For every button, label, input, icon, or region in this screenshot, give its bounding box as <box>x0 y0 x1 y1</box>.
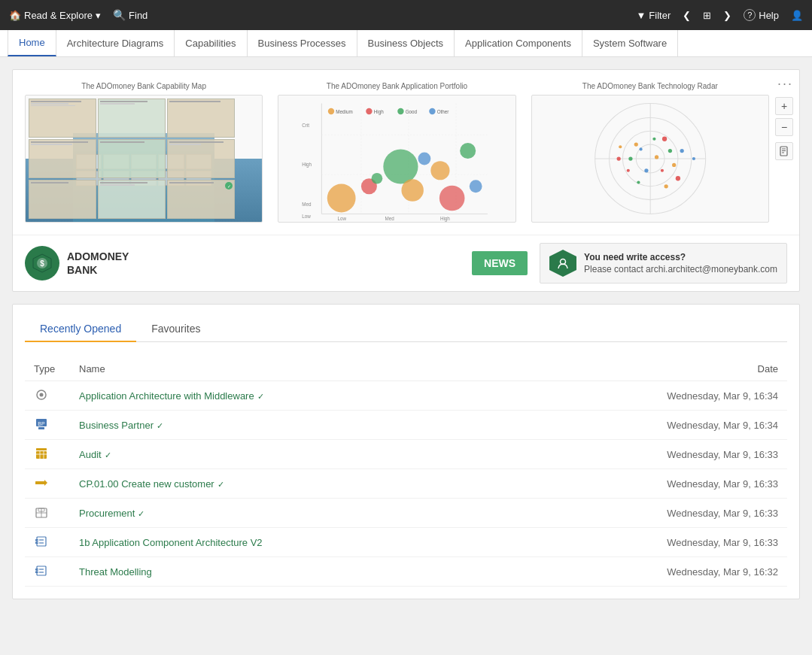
news-button[interactable]: NEWS <box>472 251 528 275</box>
book-icon: 🏠 <box>9 10 21 21</box>
navbar-right: ▼ Filter ❮ ⊞ ❯ ? Help 👤 <box>636 9 803 21</box>
page-view-button[interactable] <box>775 142 793 160</box>
svg-text:$: $ <box>40 259 44 268</box>
svg-point-25 <box>439 186 465 211</box>
subnav-item-application-components[interactable]: Application Components <box>455 30 582 56</box>
svg-point-54 <box>619 145 622 148</box>
cell-name: Business Partner✓ <box>70 411 622 440</box>
prev-button[interactable]: ❮ <box>683 10 691 21</box>
table-row: Audit✓ Wednesday, Mar 9, 16:33 <box>25 440 787 469</box>
svg-rect-92 <box>39 569 44 570</box>
zoom-in-button[interactable]: + <box>775 97 793 115</box>
svg-rect-93 <box>39 572 44 573</box>
tabs-section: Recently Opened Favourites Type Name Dat… <box>12 304 800 599</box>
row-name-link[interactable]: 1b Application Component Architecture V2 <box>79 537 263 548</box>
access-text: You need write access? Please contact ar… <box>584 252 777 274</box>
diagram-label-radar: The ADOmoney Bank Technology Radar <box>582 82 718 90</box>
cell-type <box>25 499 70 528</box>
prev-icon: ❮ <box>683 10 691 21</box>
cell-date: Wednesday, Mar 9, 16:33 <box>622 469 787 499</box>
cell-type: BP <box>25 411 70 440</box>
type-icon-component <box>34 563 49 578</box>
zoom-controls: + − <box>775 97 793 160</box>
svg-rect-86 <box>39 542 44 544</box>
row-name-link[interactable]: Audit✓ <box>79 449 111 460</box>
cell-type <box>25 528 70 557</box>
subnav: Home Architecture Diagrams Capabilities … <box>0 30 812 57</box>
row-name-link[interactable]: Threat Modelling <box>79 566 152 578</box>
subnav-item-business-processes[interactable]: Business Processes <box>248 30 357 56</box>
table-row: Application Architecture with Middleware… <box>25 381 787 411</box>
tab-recently-opened[interactable]: Recently Opened <box>25 317 136 342</box>
svg-text:High: High <box>374 109 384 115</box>
subnav-item-home[interactable]: Home <box>8 30 56 56</box>
navbar-left: 🏠 Read & Explore ▾ 🔍 Find <box>9 9 147 21</box>
svg-text:Good: Good <box>406 109 418 114</box>
cell-name: Threat Modelling <box>70 557 622 587</box>
read-explore-label: Read & Explore <box>24 10 93 21</box>
cell-type <box>25 557 70 587</box>
cell-date: Wednesday, Mar 9, 16:33 <box>622 440 787 469</box>
svg-point-47 <box>660 169 663 172</box>
subnav-item-system-software[interactable]: System Software <box>582 30 678 56</box>
tabs-header: Recently Opened Favourites <box>25 317 787 342</box>
type-icon-person: BP <box>34 417 49 432</box>
check-icon: ✓ <box>257 392 264 401</box>
next-button[interactable]: ❯ <box>723 10 731 21</box>
row-name-link[interactable]: CP.01.00 Create new customer✓ <box>79 478 224 490</box>
svg-rect-80 <box>37 537 46 546</box>
more-options-button[interactable]: ··· <box>777 76 793 92</box>
cell-type <box>25 381 70 411</box>
diagram-tech-radar[interactable]: The ADOmoney Bank Technology Radar <box>531 82 769 223</box>
filter-icon: ▼ <box>636 10 646 21</box>
table-row: BP Business Partner✓ Wednesday, Mar 9, 1… <box>25 411 787 440</box>
check-icon: ✓ <box>138 509 144 518</box>
capability-map-preview[interactable]: ✓ <box>25 95 263 223</box>
recently-opened-table: Type Name Date Application Architecture … <box>25 357 787 587</box>
logo-icon: $ <box>25 246 59 280</box>
svg-point-49 <box>639 147 642 150</box>
svg-point-30 <box>366 108 373 114</box>
type-icon-arrow <box>34 475 49 490</box>
svg-point-45 <box>655 155 658 159</box>
col-header-name: Name <box>70 357 622 381</box>
help-button[interactable]: ? Help <box>744 9 779 21</box>
zoom-out-button[interactable]: − <box>775 118 793 136</box>
filter-label: Filter <box>649 10 671 21</box>
find-button[interactable]: 🔍 Find <box>113 9 147 21</box>
type-icon-circle <box>34 387 49 402</box>
tab-favourites[interactable]: Favourites <box>136 317 215 341</box>
cell-type <box>25 440 70 469</box>
row-date: Wednesday, Mar 9, 16:33 <box>667 508 778 519</box>
row-name-link[interactable]: Application Architecture with Middleware… <box>79 390 264 402</box>
row-name-link[interactable]: Procurement✓ <box>79 508 144 519</box>
svg-rect-74 <box>35 481 45 484</box>
company-logo: $ ADOMONEY BANK <box>25 246 129 280</box>
diagram-label-capability: The ADOmoney Bank Capability Map <box>81 82 206 90</box>
user-button[interactable]: 👤 <box>791 10 803 21</box>
diagram-capability-map[interactable]: The ADOmoney Bank Capability Map <box>25 82 263 223</box>
cell-name: Procurement✓ <box>70 499 622 528</box>
subnav-item-capabilities[interactable]: Capabilities <box>175 30 247 56</box>
subnav-item-business-objects[interactable]: Business Objects <box>357 30 455 56</box>
subnav-item-architecture-diagrams[interactable]: Architecture Diagrams <box>56 30 175 56</box>
check-icon: ✓ <box>105 450 111 459</box>
nav-grid-button[interactable]: ⊞ <box>703 10 711 21</box>
type-icon-building <box>34 505 49 520</box>
table-row: Procurement✓ Wednesday, Mar 9, 16:33 <box>25 499 787 528</box>
navbar: 🏠 Read & Explore ▾ 🔍 Find ▼ Filter ❮ ⊞ ❯… <box>0 0 812 30</box>
tech-radar-preview[interactable] <box>531 95 769 223</box>
app-portfolio-preview[interactable]: Low Med High Crit Low Med High <box>278 95 515 223</box>
filter-button[interactable]: ▼ Filter <box>636 10 671 21</box>
type-icon-component <box>34 534 49 549</box>
svg-point-59 <box>616 156 620 160</box>
row-name-link[interactable]: Business Partner✓ <box>79 420 163 431</box>
svg-point-27 <box>470 180 482 193</box>
svg-rect-68 <box>38 427 44 429</box>
read-explore-button[interactable]: 🏠 Read & Explore ▾ <box>9 10 101 21</box>
svg-point-26 <box>460 143 476 159</box>
svg-point-28 <box>328 108 334 114</box>
cell-date: Wednesday, Mar 9, 16:34 <box>622 411 787 440</box>
diagram-app-portfolio[interactable]: The ADOmoney Bank Application Portfolio … <box>278 82 515 223</box>
hero-card: ··· + − The ADOmoney Bank Capability Map <box>12 69 800 292</box>
